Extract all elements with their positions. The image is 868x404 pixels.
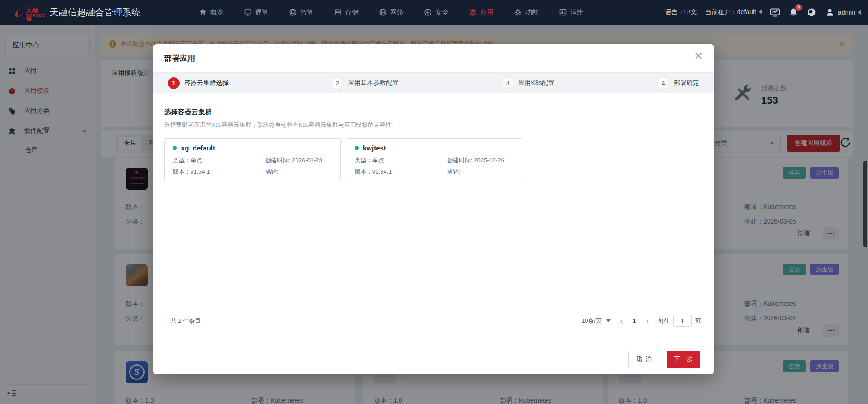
nav-item-storage[interactable]: 存储: [334, 8, 359, 17]
gear-icon: [514, 8, 522, 16]
step-label: 应用基本参数配置: [348, 79, 399, 87]
logo-text-en: TOPSEC: [26, 13, 45, 18]
app-root: 天融信 TOPSEC 天融信超融合管理系统 概览 通算 智算 存储: [0, 0, 868, 404]
ops-chart-icon: [559, 8, 567, 16]
step-number: 3: [502, 77, 514, 89]
desc-value: -: [280, 168, 282, 175]
deploy-app-modal: 部署应用 ✕ 1 容器云集群选择 2 应用基本参数配置 3 应用K8s配置 4 …: [153, 44, 714, 374]
cluster-name-row: xg_default: [173, 144, 332, 152]
cluster-version: 版本：v1.34.1: [173, 168, 265, 176]
caret-left-icon: [858, 10, 861, 15]
nav-item-compute[interactable]: 通算: [244, 8, 269, 17]
cluster-card-xg-default[interactable]: xg_default 类型：单点 创建时间: 2026-01-23 版本：v1.…: [164, 138, 341, 180]
nav-item-operations[interactable]: 运维: [559, 8, 584, 17]
created-value: 2025-12-26: [474, 157, 504, 164]
nav-label: 智算: [300, 8, 314, 17]
nav-item-features[interactable]: 功能: [514, 8, 539, 17]
section-desc: 选择要部署应用的K8s容器云集群，系统将自动检查K8s容器云集群与应用模板的兼容…: [164, 121, 703, 129]
goto-page-input[interactable]: [673, 315, 692, 327]
next-step-button[interactable]: 下一步: [667, 351, 700, 368]
step-number: 2: [331, 77, 343, 89]
step-label: 容器云集群选择: [184, 79, 229, 87]
primary-nav: 概览 通算 智算 存储 网络 安全: [199, 0, 584, 25]
username: admin: [838, 9, 855, 16]
nav-item-security[interactable]: 安全: [424, 8, 449, 17]
logo-swoosh-icon: [15, 5, 27, 19]
modal-title: 部署应用: [164, 53, 195, 64]
nav-label: 应用: [480, 8, 494, 17]
nav-item-network[interactable]: 网络: [379, 8, 404, 17]
cluster-created: 创建时间: 2026-01-23: [265, 156, 332, 165]
version-value: v1.34.1: [372, 168, 392, 175]
step-cluster-select: 1 容器云集群选择: [168, 77, 229, 89]
modal-header: 部署应用 ✕: [153, 44, 714, 73]
top-navbar: 天融信 TOPSEC 天融信超融合管理系统 概览 通算 智算 存储: [0, 0, 868, 25]
monitor-chart-icon: [770, 7, 780, 17]
version-value: v1.34.1: [191, 168, 210, 175]
type-value: 单点: [372, 157, 384, 164]
step-label: 应用K8s配置: [518, 79, 555, 87]
nav-item-ai-compute[interactable]: 智算: [289, 8, 314, 17]
version-label: 版本：: [355, 168, 372, 175]
section-title: 选择容器云集群: [164, 108, 703, 116]
cluster-desc: 描述: -: [265, 168, 332, 176]
status-dot: [173, 146, 177, 150]
language-switcher[interactable]: 语言：中文: [665, 8, 697, 16]
tenant-switcher[interactable]: 当前租户：default: [705, 8, 762, 16]
total-count: 共 2 个条目: [171, 317, 201, 325]
created-value: 2026-01-23: [292, 157, 322, 164]
caret-left-icon: [759, 10, 762, 14]
modal-footer: 取 消 下一步: [153, 344, 714, 374]
step-k8s-config: 3 应用K8s配置: [502, 77, 555, 89]
page-size-value: 10条/页: [582, 317, 602, 325]
cluster-version: 版本：v1.34.1: [355, 168, 447, 176]
wizard-steps: 1 容器云集群选择 2 应用基本参数配置 3 应用K8s配置 4 部署确定: [153, 73, 714, 93]
notifications-button[interactable]: 9: [788, 7, 798, 17]
cluster-name: xg_default: [181, 144, 215, 152]
type-value: 单点: [191, 157, 202, 164]
topsec-logo: 天融信 TOPSEC: [15, 4, 41, 21]
cluster-name-row: kwjtest: [355, 144, 514, 152]
goto-label: 前往: [658, 317, 670, 325]
cluster-card-kwjtest[interactable]: kwjtest 类型：单点 创建时间: 2025-12-26 版本：v1.34.…: [346, 138, 522, 180]
step-number: 4: [657, 77, 669, 89]
storage-icon: [334, 8, 342, 16]
type-label: 类型：: [355, 157, 372, 164]
version-label: 版本：: [173, 168, 191, 175]
step-confirm: 4 部署确定: [657, 77, 699, 89]
type-label: 类型：: [173, 157, 191, 164]
current-page: 1: [632, 317, 637, 324]
theme-toggle-button[interactable]: [807, 7, 817, 17]
goto-page: 前往 页: [658, 315, 701, 327]
home-icon: [199, 8, 207, 16]
theme-circle-icon: [807, 7, 817, 17]
nav-label: 安全: [435, 8, 449, 17]
modal-close-icon[interactable]: ✕: [694, 50, 703, 61]
apps-layers-icon: [469, 8, 477, 16]
cluster-created: 创建时间: 2025-12-26: [447, 156, 514, 165]
pagination: 共 2 个条目 10条/页 ‹ 1 › 前往 页: [171, 315, 701, 327]
navbar-right: 语言：中文 当前租户：default 9 admin: [665, 7, 861, 17]
app-title: 天融信超融合管理系统: [50, 6, 140, 19]
cluster-type: 类型：单点: [173, 156, 265, 165]
monitor-chart-button[interactable]: [770, 7, 780, 17]
prev-page-button[interactable]: ‹: [620, 317, 622, 325]
desc-value: -: [462, 168, 464, 175]
cancel-button[interactable]: 取 消: [628, 351, 660, 368]
nav-label: 概览: [210, 8, 224, 17]
brand: 天融信 TOPSEC 天融信超融合管理系统: [15, 4, 140, 21]
step-basic-params: 2 应用基本参数配置: [331, 77, 399, 89]
user-menu[interactable]: admin: [825, 7, 861, 17]
nav-item-overview[interactable]: 概览: [199, 8, 224, 17]
next-page-button[interactable]: ›: [646, 317, 649, 325]
nav-label: 功能: [525, 8, 539, 17]
cluster-fields: 类型：单点 创建时间: 2025-12-26 版本：v1.34.1 描述: -: [355, 156, 514, 176]
page-size-select[interactable]: 10条/页: [582, 317, 611, 325]
step-label: 部署确定: [674, 79, 699, 87]
page-unit-label: 页: [695, 317, 701, 325]
cluster-type: 类型：单点: [355, 156, 447, 165]
nav-label: 运维: [570, 8, 584, 17]
step-number: 1: [168, 77, 180, 89]
nav-item-applications[interactable]: 应用: [469, 8, 494, 17]
created-label: 创建时间:: [447, 157, 474, 164]
